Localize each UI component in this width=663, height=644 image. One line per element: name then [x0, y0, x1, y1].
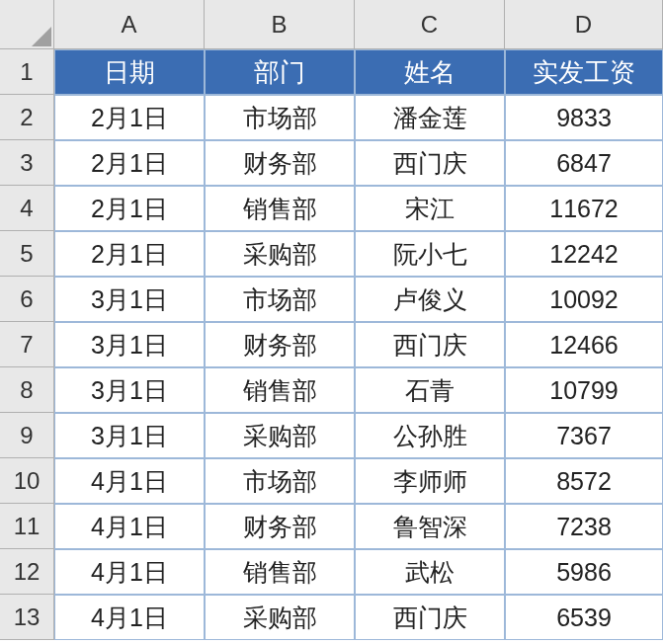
- row-header-1[interactable]: 1: [0, 49, 54, 95]
- table-header-date[interactable]: 日期: [54, 49, 205, 95]
- cell-b12[interactable]: 销售部: [205, 549, 355, 595]
- cell-d5[interactable]: 12242: [505, 231, 663, 277]
- row-header-8[interactable]: 8: [0, 367, 54, 413]
- cell-b8[interactable]: 销售部: [205, 367, 355, 413]
- cell-c13[interactable]: 西门庆: [355, 595, 505, 640]
- cell-b5[interactable]: 采购部: [205, 231, 355, 277]
- row-header-13[interactable]: 13: [0, 595, 54, 640]
- cell-b4[interactable]: 销售部: [205, 186, 355, 231]
- cell-a5[interactable]: 2月1日: [54, 231, 205, 277]
- cell-b13[interactable]: 采购部: [205, 595, 355, 640]
- cell-d6[interactable]: 10092: [505, 277, 663, 322]
- cell-d9[interactable]: 7367: [505, 413, 663, 458]
- cell-a12[interactable]: 4月1日: [54, 549, 205, 595]
- cell-c9[interactable]: 公孙胜: [355, 413, 505, 458]
- cell-d11[interactable]: 7238: [505, 504, 663, 549]
- column-header-c[interactable]: C: [355, 0, 505, 49]
- cell-a11[interactable]: 4月1日: [54, 504, 205, 549]
- table-header-department[interactable]: 部门: [205, 49, 355, 95]
- row-header-11[interactable]: 11: [0, 504, 54, 549]
- row-header-7[interactable]: 7: [0, 322, 54, 367]
- cell-c10[interactable]: 李师师: [355, 458, 505, 504]
- cell-a4[interactable]: 2月1日: [54, 186, 205, 231]
- table-header-salary[interactable]: 实发工资: [505, 49, 663, 95]
- row-header-2[interactable]: 2: [0, 95, 54, 140]
- cell-c8[interactable]: 石青: [355, 367, 505, 413]
- row-header-4[interactable]: 4: [0, 186, 54, 231]
- cell-b10[interactable]: 市场部: [205, 458, 355, 504]
- column-header-b[interactable]: B: [205, 0, 355, 49]
- cell-d7[interactable]: 12466: [505, 322, 663, 367]
- column-header-d[interactable]: D: [505, 0, 663, 49]
- cell-a6[interactable]: 3月1日: [54, 277, 205, 322]
- cell-d4[interactable]: 11672: [505, 186, 663, 231]
- cell-a8[interactable]: 3月1日: [54, 367, 205, 413]
- cell-a13[interactable]: 4月1日: [54, 595, 205, 640]
- cell-a7[interactable]: 3月1日: [54, 322, 205, 367]
- cell-d13[interactable]: 6539: [505, 595, 663, 640]
- row-header-10[interactable]: 10: [0, 458, 54, 504]
- cell-d12[interactable]: 5986: [505, 549, 663, 595]
- cell-d3[interactable]: 6847: [505, 140, 663, 186]
- row-header-6[interactable]: 6: [0, 277, 54, 322]
- row-header-5[interactable]: 5: [0, 231, 54, 277]
- cell-c6[interactable]: 卢俊义: [355, 277, 505, 322]
- cell-b11[interactable]: 财务部: [205, 504, 355, 549]
- cell-c11[interactable]: 鲁智深: [355, 504, 505, 549]
- cell-a2[interactable]: 2月1日: [54, 95, 205, 140]
- cell-d8[interactable]: 10799: [505, 367, 663, 413]
- cell-c7[interactable]: 西门庆: [355, 322, 505, 367]
- cell-a9[interactable]: 3月1日: [54, 413, 205, 458]
- row-header-12[interactable]: 12: [0, 549, 54, 595]
- cell-d10[interactable]: 8572: [505, 458, 663, 504]
- table-header-name[interactable]: 姓名: [355, 49, 505, 95]
- cell-c4[interactable]: 宋江: [355, 186, 505, 231]
- cell-c5[interactable]: 阮小七: [355, 231, 505, 277]
- cell-a3[interactable]: 2月1日: [54, 140, 205, 186]
- column-header-a[interactable]: A: [54, 0, 205, 49]
- cell-a10[interactable]: 4月1日: [54, 458, 205, 504]
- cell-c2[interactable]: 潘金莲: [355, 95, 505, 140]
- cell-b7[interactable]: 财务部: [205, 322, 355, 367]
- cell-b9[interactable]: 采购部: [205, 413, 355, 458]
- cell-c12[interactable]: 武松: [355, 549, 505, 595]
- cell-c3[interactable]: 西门庆: [355, 140, 505, 186]
- select-all-corner[interactable]: [0, 0, 54, 49]
- row-header-9[interactable]: 9: [0, 413, 54, 458]
- cell-d2[interactable]: 9833: [505, 95, 663, 140]
- spreadsheet-grid: A B C D 1 日期 部门 姓名 实发工资 2 2月1日 市场部 潘金莲 9…: [0, 0, 663, 640]
- row-header-3[interactable]: 3: [0, 140, 54, 186]
- cell-b6[interactable]: 市场部: [205, 277, 355, 322]
- cell-b2[interactable]: 市场部: [205, 95, 355, 140]
- cell-b3[interactable]: 财务部: [205, 140, 355, 186]
